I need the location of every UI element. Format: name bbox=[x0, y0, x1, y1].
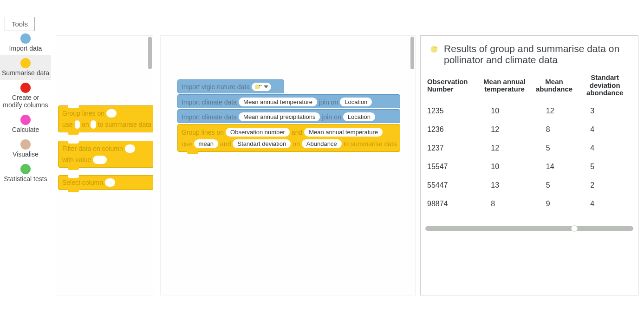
tool-item-summarise-data[interactable]: Summarise data bbox=[0, 55, 51, 80]
dataset-dropdown[interactable] bbox=[252, 83, 271, 91]
scrollbar-thumb[interactable] bbox=[571, 225, 578, 232]
block-label: use bbox=[182, 140, 192, 148]
tool-color-icon bbox=[20, 115, 31, 125]
chip-value[interactable]: Mean annual temperature bbox=[304, 128, 383, 137]
palette-block-filter[interactable]: Filter data on column with value bbox=[58, 141, 153, 168]
block-label: Import vigie nature data bbox=[182, 83, 250, 91]
block-label: and bbox=[292, 129, 302, 136]
block-label: on bbox=[82, 121, 89, 128]
empty-input-slot[interactable] bbox=[91, 120, 96, 129]
table-cell: 4 bbox=[576, 120, 633, 139]
chevron-down-icon bbox=[264, 85, 268, 88]
table-cell: 4 bbox=[576, 195, 633, 213]
chip-value[interactable]: Mean annual temperature bbox=[239, 98, 317, 106]
canvas-block-import-climate-temp[interactable]: Import climate data Mean annual temperat… bbox=[177, 94, 400, 108]
table-cell: 12 bbox=[532, 102, 577, 120]
block-label: join on bbox=[322, 113, 341, 121]
tool-label: Import data bbox=[9, 45, 42, 52]
table-cell: 14 bbox=[532, 157, 577, 176]
palette-scrollbar[interactable] bbox=[148, 37, 152, 69]
empty-input-slot[interactable] bbox=[105, 178, 115, 187]
tool-item-import-data[interactable]: Import data bbox=[0, 31, 51, 55]
results-panel: Results of group and summarise data on p… bbox=[420, 35, 638, 295]
empty-input-slot[interactable] bbox=[75, 120, 80, 129]
chip-value[interactable]: Location bbox=[343, 112, 375, 121]
table-cell: 8 bbox=[477, 195, 532, 213]
tools-button[interactable]: Tools bbox=[5, 17, 35, 31]
canvas-block-group-summarise[interactable]: Group lines on Observation number and Me… bbox=[177, 124, 400, 152]
block-label: and bbox=[220, 140, 231, 148]
table-header: Observation Number bbox=[425, 72, 477, 102]
table-header: Standart deviation abondance bbox=[576, 72, 633, 102]
block-label: Select column bbox=[62, 179, 103, 186]
table-cell: 5 bbox=[576, 157, 633, 176]
table-cell: 9 bbox=[532, 195, 577, 213]
block-label: to summarise data bbox=[344, 140, 397, 148]
table-header: Mean annual temperature bbox=[477, 72, 532, 102]
table-cell: 98874 bbox=[425, 195, 477, 213]
table-cell: 13 bbox=[477, 176, 532, 195]
table-cell: 12 bbox=[477, 120, 532, 139]
block-label: Import climate data bbox=[182, 113, 237, 121]
table-cell: 2 bbox=[576, 176, 633, 195]
bee-icon bbox=[430, 45, 440, 53]
tool-item-visualise[interactable]: Visualise bbox=[0, 137, 51, 161]
table-row: 123510123 bbox=[425, 102, 633, 120]
table-row: 554471352 bbox=[425, 176, 633, 195]
tool-item-statistical-tests[interactable]: Statistical tests bbox=[0, 161, 51, 186]
block-label: to summarise data bbox=[98, 121, 151, 128]
tool-label: Create or modify columns bbox=[2, 94, 49, 110]
table-cell: 10 bbox=[477, 157, 532, 176]
canvas-block-import-vigie[interactable]: Import vigie nature data bbox=[177, 79, 284, 93]
table-cell: 1235 bbox=[425, 102, 477, 120]
palette-block-select[interactable]: Select column bbox=[58, 175, 153, 190]
tool-item-calculate[interactable]: Calculate bbox=[0, 112, 51, 137]
tools-sidebar: Import dataSummarise dataCreate or modif… bbox=[0, 31, 51, 186]
empty-input-slot[interactable] bbox=[93, 156, 107, 164]
block-label: with value bbox=[62, 156, 91, 164]
results-title: Results of group and summarise data on p… bbox=[444, 43, 633, 65]
block-label: Group lines on bbox=[62, 110, 104, 117]
chip-value[interactable]: Abundance bbox=[302, 139, 342, 148]
block-label: Group lines on bbox=[182, 129, 224, 136]
table-cell: 12 bbox=[477, 139, 532, 157]
empty-input-slot[interactable] bbox=[106, 109, 117, 118]
tool-color-icon bbox=[20, 33, 31, 44]
chip-value[interactable]: mean bbox=[194, 139, 219, 148]
table-row: 12361284 bbox=[425, 120, 633, 139]
table-cell: 15547 bbox=[425, 157, 477, 176]
table-cell: 8 bbox=[532, 120, 577, 139]
empty-input-slot[interactable] bbox=[125, 144, 135, 153]
results-horizontal-scrollbar[interactable] bbox=[425, 226, 633, 231]
table-cell: 5 bbox=[532, 176, 577, 195]
block-label: join on bbox=[319, 98, 338, 106]
bee-icon bbox=[254, 84, 262, 90]
table-cell: 3 bbox=[576, 102, 633, 120]
tool-label: Calculate bbox=[12, 126, 39, 134]
block-label: Filter data on column bbox=[62, 145, 123, 152]
block-label: use bbox=[62, 121, 73, 128]
table-cell: 4 bbox=[576, 139, 633, 157]
tool-color-icon bbox=[20, 83, 31, 93]
canvas-block-import-climate-precip[interactable]: Import climate data Mean annual precipit… bbox=[177, 109, 400, 123]
table-cell: 5 bbox=[532, 139, 577, 157]
table-cell: 10 bbox=[477, 102, 532, 120]
tool-color-icon bbox=[20, 58, 31, 68]
chip-value[interactable]: Observation number bbox=[226, 128, 290, 137]
chip-value[interactable]: Standart deviation bbox=[233, 139, 291, 148]
workspace-canvas[interactable]: Import vigie nature data Import climate … bbox=[160, 35, 416, 295]
tool-label: Statistical tests bbox=[4, 175, 47, 183]
table-cell: 1236 bbox=[425, 120, 477, 139]
palette-block-group[interactable]: Group lines on use on to summarise data bbox=[58, 105, 153, 132]
tool-label: Visualise bbox=[13, 150, 39, 158]
tool-item-create-or-modify-columns[interactable]: Create or modify columns bbox=[0, 80, 51, 112]
table-row: 12371254 bbox=[425, 139, 633, 157]
table-cell: 55447 bbox=[425, 176, 477, 195]
tool-color-icon bbox=[20, 139, 31, 150]
chip-value[interactable]: Mean annual precipitations bbox=[239, 112, 320, 121]
table-cell: 1237 bbox=[425, 139, 477, 157]
tool-color-icon bbox=[20, 164, 31, 174]
canvas-scrollbar[interactable] bbox=[410, 37, 414, 69]
chip-value[interactable]: Location bbox=[340, 98, 372, 106]
block-label: Import climate data bbox=[182, 98, 237, 106]
